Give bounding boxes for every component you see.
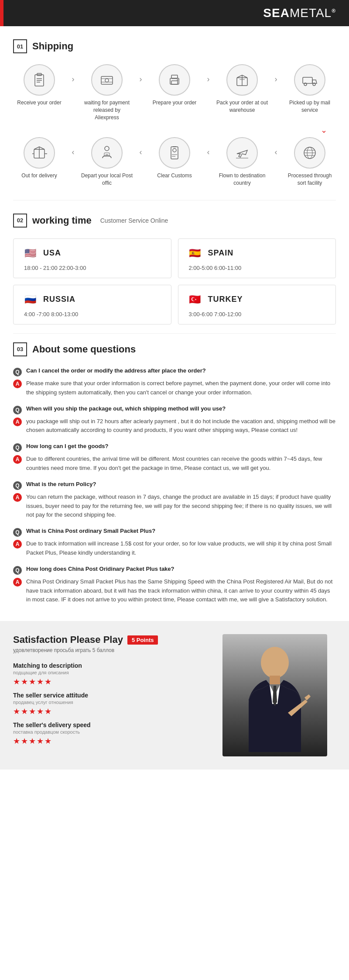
- satisfaction-left: Satisfaction Please Play 5 Points удовле…: [13, 634, 214, 751]
- qa-question-1: Q Can I cancel the order or modify the a…: [13, 367, 336, 376]
- arrow-down: ⌄: [13, 125, 336, 135]
- shipping-item-7: Depart your local Post offic: [81, 137, 133, 187]
- qa-item-4: Q What is the return Policy? A You can r…: [13, 481, 336, 520]
- a-badge-3: A: [13, 455, 22, 464]
- shipping-item-9: Flown to destination country: [216, 137, 268, 187]
- spain-hours: 2:00-5:00 6:00-11:00: [187, 265, 327, 271]
- satisfaction-title: Satisfaction Please Play 5 Points: [13, 634, 214, 645]
- sat-item-2-stars: ★★★★★: [13, 707, 214, 716]
- usa-hours: 18:00 - 21:00 22:00-3:00: [22, 265, 162, 271]
- shipping-label-8: Clear Customs: [157, 172, 192, 179]
- sat-item-3: The seller's delivery speed поставка про…: [13, 721, 214, 746]
- q-badge-3: Q: [13, 443, 22, 452]
- shipping-label-7: Depart your local Post offic: [81, 172, 133, 187]
- questions-num: 03: [13, 342, 27, 356]
- arrow-7: ‹: [207, 148, 210, 157]
- qa-answer-3: A Due to different countries, the arriva…: [13, 455, 336, 473]
- shipping-section: 01 Shipping Receive your order ›: [0, 26, 349, 200]
- qa-a-text-4: You can return the package, without reas…: [26, 493, 336, 520]
- shipping-item-5: Picked up by mail service: [284, 64, 336, 114]
- shipping-item-3: Prepare your order: [148, 64, 201, 107]
- a-badge-6: A: [13, 578, 22, 587]
- a-badge-1: A: [13, 380, 22, 388]
- svg-rect-35: [270, 676, 280, 684]
- qa-question-4: Q What is the return Policy?: [13, 481, 336, 490]
- a-badge-4: A: [13, 493, 22, 502]
- sat-item-1-sub: подщащие для описания: [13, 670, 214, 675]
- questions-label: About some questions: [32, 344, 136, 355]
- qa-q-text-3: How long can I get the goods?: [26, 443, 109, 449]
- russia-name: RUSSIA: [43, 295, 75, 304]
- sat-item-1-stars: ★★★★★: [13, 677, 214, 687]
- delivery-box-icon: [24, 137, 55, 169]
- qa-answer-2: A you package will ship out in 72 hours …: [13, 417, 336, 435]
- a-badge-2: A: [13, 418, 22, 426]
- arrow-1: ›: [72, 75, 75, 84]
- qa-item-2: Q When will you ship the package out, wh…: [13, 405, 336, 435]
- brand-logo: SEAMETAL®: [263, 6, 336, 20]
- time-card-spain: 🇪🇸 SPAIN 2:00-5:00 6:00-11:00: [178, 238, 336, 278]
- qa-q-text-4: What is the return Policy?: [26, 481, 96, 487]
- qa-question-6: Q How long does China Post Oridinary Pac…: [13, 566, 336, 575]
- russia-hours: 4:00 -7:00 8:00-13:00: [22, 311, 162, 317]
- person-svg: [231, 638, 318, 752]
- person-image: [222, 634, 327, 756]
- shipping-row-2: Out for delivery ‹ Depart your local Pos…: [13, 137, 336, 187]
- qa-item-1: Q Can I cancel the order or modify the a…: [13, 367, 336, 397]
- sat-item-3-title: The seller's delivery speed: [13, 721, 214, 728]
- shipping-item-6: Out for delivery: [13, 137, 65, 179]
- shipping-label-4: Pack your order at out warehouse: [216, 99, 268, 114]
- customs-icon: [159, 137, 190, 169]
- truck-icon: [294, 64, 325, 96]
- arrow-6: ‹: [140, 148, 142, 157]
- qa-item-3: Q How long can I get the goods? A Due to…: [13, 443, 336, 473]
- logo-sea: SEA: [263, 6, 290, 20]
- sat-subtitle: удовлетворение просьба играть 5 баллов: [13, 647, 214, 653]
- qa-answer-6: A China Post Oridinary Small Packet Plus…: [13, 577, 336, 604]
- globe-icon: [294, 137, 325, 169]
- sat-points-badge: 5 Points: [127, 635, 158, 645]
- money-icon: [91, 64, 123, 96]
- shipping-num: 01: [13, 39, 27, 53]
- turkey-hours: 3:00-6:00 7:00-12:00: [187, 311, 327, 317]
- q-badge-5: Q: [13, 528, 22, 537]
- time-card-turkey-header: 🇹🇷 TURKEY: [187, 292, 327, 307]
- svg-rect-11: [171, 81, 178, 84]
- plane-icon: [226, 137, 258, 169]
- shipping-title: 01 Shipping: [13, 39, 336, 53]
- arrow-4: ›: [275, 75, 277, 84]
- working-time-section: 02 working time Customer Service Online …: [0, 200, 349, 333]
- qa-a-text-6: China Post Oridinary Small Packet Plus h…: [26, 577, 336, 604]
- working-time-sublabel: Customer Service Online: [100, 217, 168, 224]
- shipping-label: Shipping: [32, 41, 73, 52]
- shipping-label-2: waiting for payment released by Aliexpre…: [81, 99, 133, 121]
- qa-question-5: Q What is China Post ordinary Small Pack…: [13, 528, 336, 537]
- working-time-label: working time: [32, 215, 92, 226]
- shipping-label-5: Picked up by mail service: [284, 99, 336, 114]
- spain-name: SPAIN: [208, 248, 234, 258]
- shipping-item-10: Processed through sort facility: [284, 137, 336, 187]
- satisfaction-section: Satisfaction Please Play 5 Points удовле…: [0, 621, 349, 770]
- qa-question-3: Q How long can I get the goods?: [13, 443, 336, 452]
- time-grid: 🇺🇸 USA 18:00 - 21:00 22:00-3:00 🇪🇸 SPAIN…: [13, 238, 336, 324]
- shipping-label-10: Processed through sort facility: [284, 172, 336, 187]
- shipping-item-4: Pack your order at out warehouse: [216, 64, 268, 114]
- printer-icon: [159, 64, 190, 96]
- qa-a-text-5: Due to track information will increase 1…: [26, 539, 336, 558]
- working-time-title: 02 working time Customer Service Online: [13, 214, 336, 228]
- svg-point-34: [261, 647, 289, 678]
- working-time-num: 02: [13, 214, 27, 228]
- header: SEAMETAL®: [0, 0, 349, 26]
- postman-icon: [91, 137, 123, 169]
- sat-item-2: The seller service attitude продавец усл…: [13, 692, 214, 716]
- time-card-usa-header: 🇺🇸 USA: [22, 245, 162, 261]
- turkey-name: TURKEY: [208, 295, 243, 304]
- q-badge-4: Q: [13, 481, 22, 490]
- header-red-accent: [0, 0, 3, 26]
- shipping-label-9: Flown to destination country: [216, 172, 268, 187]
- sat-item-3-stars: ★★★★★: [13, 736, 214, 746]
- sat-item-1: Matching to description подщащие для опи…: [13, 662, 214, 687]
- arrow-2: ›: [140, 75, 142, 84]
- spain-flag: 🇪🇸: [187, 245, 203, 261]
- qa-answer-1: A Please make sure that your order infor…: [13, 379, 336, 397]
